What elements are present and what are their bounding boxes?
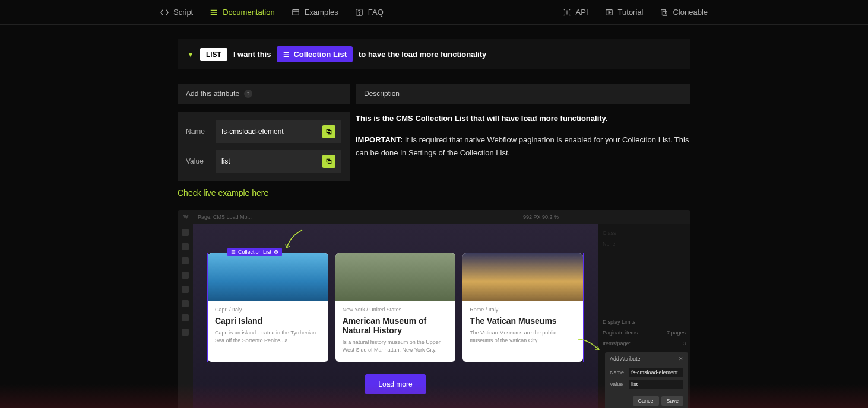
caret-down-icon[interactable]: ▼	[187, 50, 194, 59]
add-attribute-modal: Add Attribute ✕ Name fs-cmsload-element …	[605, 352, 688, 408]
help-icon[interactable]: ?	[244, 90, 252, 98]
webflow-topbar: Page: CMS Load Mo... 992 PX 90.2 %	[178, 210, 690, 224]
paginate-label: Paginate items	[603, 330, 638, 336]
card-desc: The Vatican Museums are the public museu…	[470, 329, 576, 344]
page-label: Page: CMS Load Mo...	[198, 214, 252, 220]
nav-label: Tutorial	[618, 8, 644, 17]
question-icon	[355, 8, 363, 17]
copy-value-button[interactable]	[322, 155, 335, 168]
value-input: list	[216, 150, 341, 173]
load-more-button[interactable]: Load more	[365, 374, 425, 394]
card-title: The Vatican Museums	[470, 316, 576, 326]
card: Capri / Italy Capri Island Capri is an i…	[208, 253, 328, 362]
list-icon	[231, 250, 236, 254]
nav-tutorial[interactable]: Tutorial	[605, 8, 644, 17]
nav-cloneable[interactable]: Cloneable	[660, 8, 708, 17]
nav-label: Script	[173, 8, 193, 17]
modal-title: Add Attribute	[610, 356, 641, 362]
sidebar-icon	[182, 229, 189, 236]
name-value: fs-cmsload-element	[221, 128, 284, 136]
add-attribute-header: Add this attribute ?	[178, 84, 350, 104]
list-icon	[283, 51, 290, 58]
sidebar-icon	[182, 243, 189, 250]
attribute-box: Name fs-cmsload-element Value list	[178, 112, 350, 181]
rule-prefix: I want this	[233, 50, 271, 59]
webflow-left-sidebar	[178, 224, 193, 408]
window-icon	[292, 8, 300, 17]
svg-rect-4	[661, 9, 666, 14]
desc-line2: It is required that native Webflow pagin…	[356, 135, 689, 157]
header-label: Add this attribute	[186, 90, 239, 98]
nav-label: Examples	[305, 8, 338, 17]
items-per-page-value: 3	[683, 340, 686, 346]
rule-tag: LIST	[200, 48, 227, 61]
modal-value-label: Value	[610, 381, 626, 387]
sidebar-icon	[182, 314, 189, 321]
name-input: fs-cmsload-element	[216, 120, 341, 143]
nav-api[interactable]: API	[563, 8, 588, 17]
value-label: Value	[186, 157, 210, 165]
modal-name-input[interactable]: fs-cmsload-element	[629, 368, 683, 377]
copy-icon	[325, 158, 332, 165]
items-per-page-label: Items/page:	[603, 340, 631, 346]
nav-label: API	[576, 8, 588, 17]
nav-label: FAQ	[368, 8, 384, 17]
badge-label: Collection List	[238, 249, 271, 255]
pill-label: Collection List	[293, 50, 347, 59]
save-button[interactable]: Save	[661, 396, 683, 406]
collection-list-pill: Collection List	[277, 46, 353, 62]
display-limits-label: Display Limits	[601, 317, 687, 327]
card-desc: Capri is an island located in the Tyrrhe…	[215, 329, 321, 344]
rule-suffix: to have the load more functionality	[359, 50, 486, 59]
copy-icon	[660, 8, 668, 17]
collection-list-badge: Collection List ⚙	[227, 248, 282, 256]
description-body: This is the CMS Collection List that wil…	[356, 104, 690, 176]
api-icon	[563, 8, 571, 17]
list-icon	[210, 8, 218, 17]
card-image	[208, 253, 328, 301]
example-screenshot: Page: CMS Load Mo... 992 PX 90.2 % Colle…	[178, 210, 690, 408]
card-location: Capri / Italy	[215, 307, 321, 313]
nav-label: Cloneable	[673, 8, 708, 17]
card-location: New York / United States	[343, 307, 449, 313]
gear-icon: ⚙	[274, 249, 278, 255]
card: New York / United States American Museum…	[335, 253, 456, 362]
sidebar-icon	[182, 257, 189, 264]
nav-examples[interactable]: Examples	[292, 8, 338, 17]
modal-value-input[interactable]: list	[629, 380, 683, 389]
svg-rect-5	[663, 11, 667, 15]
webflow-logo-icon	[182, 213, 189, 221]
example-link[interactable]: Check live example here	[178, 188, 268, 199]
card-location: Rome / Italy	[470, 307, 576, 313]
sidebar-icon	[182, 286, 189, 293]
card-image	[335, 253, 456, 301]
header-label: Description	[364, 90, 400, 98]
nav-script[interactable]: Script	[160, 8, 193, 17]
modal-name-label: Name	[610, 369, 626, 375]
card-title: American Museum of Natural History	[343, 316, 449, 335]
close-icon[interactable]: ✕	[679, 356, 683, 362]
sidebar-icon	[182, 272, 189, 279]
viewport-info: 992 PX 90.2 %	[523, 214, 559, 220]
name-label: Name	[186, 128, 210, 136]
play-icon	[605, 8, 613, 17]
nav-faq[interactable]: FAQ	[355, 8, 384, 17]
desc-line1: This is the CMS Collection List that wil…	[356, 114, 607, 123]
sidebar-icon	[182, 300, 189, 307]
arrow-annotation-icon	[283, 228, 313, 251]
description-header: Description	[356, 84, 690, 104]
svg-rect-0	[292, 9, 299, 15]
rule-bar: ▼ LIST I want this Collection List to ha…	[178, 39, 690, 69]
svg-point-2	[359, 14, 359, 15]
top-nav: Script Documentation Examples FAQ API Tu	[0, 0, 868, 25]
card-row: Capri / Italy Capri Island Capri is an i…	[207, 253, 584, 362]
value-value: list	[221, 157, 230, 165]
card-title: Capri Island	[215, 316, 321, 326]
code-icon	[160, 8, 169, 17]
sidebar-icon	[182, 329, 189, 336]
nav-label: Documentation	[223, 8, 274, 17]
nav-documentation[interactable]: Documentation	[210, 8, 274, 17]
cancel-button[interactable]: Cancel	[633, 396, 659, 406]
copy-name-button[interactable]	[322, 125, 335, 138]
card-desc: Is a natural history museum on the Upper…	[343, 339, 449, 353]
